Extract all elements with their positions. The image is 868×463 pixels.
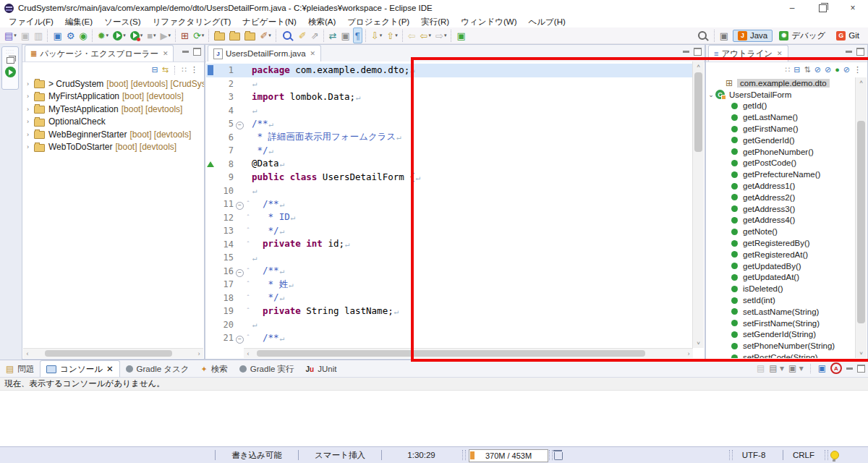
focus-icon[interactable]: ∷	[182, 66, 187, 74]
outline-item-method[interactable]: setGenderId(String)	[707, 329, 856, 341]
outline-item-method[interactable]: getUpdatedBy()	[707, 260, 856, 272]
close-icon[interactable]: ✕	[163, 50, 169, 57]
next-annotation-icon[interactable]: ⇩▾	[370, 28, 383, 43]
outline-vscrollbar[interactable]: ˄ ˅	[855, 77, 867, 358]
code-line[interactable]: 20↵	[206, 318, 693, 332]
code-line[interactable]: 8@Data↵	[206, 158, 693, 171]
tree-item-project[interactable]: ›OptionalCheck	[22, 116, 204, 129]
run-icon[interactable]: ▾	[111, 28, 127, 43]
outline-item-method[interactable]: getRegisteredAt()	[707, 249, 856, 260]
relaunch-icon[interactable]: ▶▾	[159, 28, 173, 43]
code-area[interactable]: 1package com.example.demo.dto;↵2↵3import…	[206, 61, 693, 348]
open-type-icon[interactable]	[213, 28, 226, 43]
tab-package-explorer[interactable]: ≣ パッケージ・エクスプローラー ✕	[25, 45, 174, 61]
scroll-right-icon[interactable]: ›	[195, 350, 203, 357]
collapse-all-icon[interactable]: ⊟	[152, 66, 158, 74]
save-all-icon[interactable]: ▥	[33, 28, 44, 43]
scroll-left-icon[interactable]: ‹	[244, 350, 252, 357]
code-line[interactable]: 1package com.example.demo.dto;↵	[206, 64, 693, 77]
scroll-lock-icon[interactable]: ▣	[818, 364, 826, 373]
back-icon[interactable]: ⇦▾	[419, 28, 433, 43]
code-line[interactable]: 4↵	[206, 104, 693, 118]
stderr-icon[interactable]: A	[830, 362, 842, 374]
outline-item-method[interactable]: setPostCode(String)	[707, 352, 856, 358]
chevron-right-icon[interactable]: ›	[27, 118, 34, 125]
coverage-icon[interactable]: ⊞	[179, 28, 190, 43]
outline-item-method[interactable]: getPostCode()	[707, 158, 856, 169]
outline-item-method[interactable]: getPrefectureName()	[707, 169, 856, 180]
menu-run[interactable]: 実行(R)	[415, 17, 455, 27]
focus-icon[interactable]: ∷	[785, 66, 790, 74]
outline-item-method[interactable]: getAddress4()	[707, 215, 856, 226]
scroll-up-icon[interactable]: ˄	[693, 61, 704, 71]
code-line[interactable]: 14ˆ private int id;↵	[206, 238, 693, 252]
minimize-panel-icon[interactable]	[683, 51, 689, 53]
perspective-java[interactable]: JJava	[733, 30, 773, 42]
minimize-button[interactable]: –	[777, 0, 807, 16]
gradle-build-icon[interactable]: ⟳▾	[192, 28, 205, 43]
menu-project[interactable]: プロジェクト(P)	[341, 17, 415, 27]
tip-lightbulb-icon[interactable]	[830, 451, 839, 459]
code-line[interactable]: 16−ˆ /**↵	[206, 265, 693, 279]
tree-item-project[interactable]: ›WebToDoStarter[boot] [devtools]	[22, 141, 204, 154]
debug-icon[interactable]: ✹▾	[96, 28, 110, 43]
code-line[interactable]: 15↵	[206, 251, 693, 265]
code-line[interactable]: 10↵	[206, 184, 693, 198]
outline-item-method[interactable]: getGenderId()	[707, 135, 856, 146]
outline-item-class[interactable]: ⌄CUsersDetailForm	[707, 89, 856, 101]
vscroll-thumb[interactable]	[694, 72, 702, 152]
outline-item-method[interactable]: setPhoneNumber(String)	[707, 340, 856, 352]
editor-vscrollbar[interactable]: ˄ ˅	[692, 61, 704, 348]
chevron-down-icon[interactable]: ⌄	[707, 91, 715, 98]
display-console-icon[interactable]: ▤ ▾	[769, 364, 784, 373]
scroll-left-icon[interactable]: ‹	[23, 350, 32, 357]
outline-item-method[interactable]: getFirstName()	[707, 123, 856, 135]
console-tab-1[interactable]: ▤問題	[0, 361, 40, 377]
tree-item-project[interactable]: ›MyFirstApplication[boot] [devtools]	[22, 90, 204, 103]
mark-occurrences-icon[interactable]: ▣	[340, 28, 352, 43]
open-perspective-icon[interactable]: ▣	[718, 28, 730, 43]
garbage-collect-icon[interactable]	[554, 452, 563, 460]
terminal-icon[interactable]: ▣	[51, 28, 63, 43]
code-line[interactable]: 7 */↵	[206, 144, 693, 158]
close-icon[interactable]: ✕	[106, 364, 114, 374]
open-resource-icon[interactable]	[228, 28, 242, 43]
scroll-right-icon[interactable]: ›	[684, 350, 693, 357]
console-tab-6[interactable]: JuJUnit	[300, 361, 343, 377]
boot-dashboard-icon[interactable]	[5, 67, 16, 77]
fold-collapse-icon[interactable]: −	[236, 202, 244, 210]
view-menu-icon[interactable]: ⋮	[190, 66, 198, 74]
save-icon[interactable]: ▣	[20, 28, 31, 43]
link-editor-icon[interactable]: ⇄	[328, 28, 339, 43]
view-menu-icon[interactable]: ⋮	[854, 66, 861, 74]
perspective-デバッグ[interactable]: ✹デバッグ	[775, 30, 830, 42]
vscroll-thumb[interactable]	[857, 121, 865, 323]
minimize-panel-icon[interactable]	[846, 51, 852, 53]
new-wizard-icon[interactable]: ▤▾	[3, 28, 18, 43]
fold-collapse-icon[interactable]: −	[236, 336, 244, 344]
plug-search-icon[interactable]	[280, 28, 296, 43]
boot-power-icon[interactable]: ◉	[77, 28, 88, 43]
outline-item-method[interactable]: isDeleted()	[707, 283, 856, 294]
chevron-right-icon[interactable]: ›	[27, 80, 34, 88]
chevron-right-icon[interactable]: ›	[27, 131, 34, 138]
link-with-editor-icon[interactable]: ⇆	[162, 66, 169, 74]
hide-static-icon[interactable]: ⊘	[825, 66, 831, 74]
outline-item-method[interactable]: getRegisteredBy()	[707, 237, 856, 249]
package-explorer-hscrollbar[interactable]: ‹ ›	[23, 348, 203, 358]
code-line[interactable]: 17ˆ * 姓↵	[206, 278, 693, 292]
outline-item-method[interactable]: getLastName()	[707, 111, 856, 123]
hide-fields-icon[interactable]: ⊘	[814, 66, 821, 74]
code-line[interactable]: 21−ˆ /**↵	[206, 331, 693, 345]
restore-button[interactable]	[807, 0, 838, 16]
console-tab-3[interactable]: Gradle タスク	[120, 361, 195, 377]
menu-edit[interactable]: 編集(E)	[59, 17, 98, 27]
open-file-icon[interactable]	[243, 28, 257, 43]
maximize-panel-icon[interactable]	[694, 48, 702, 56]
hscroll-thumb[interactable]	[257, 350, 645, 357]
close-icon[interactable]: ✕	[310, 50, 316, 57]
collapse-all-icon[interactable]: ⊟	[793, 66, 800, 74]
last-edit-location-icon[interactable]: ⇦	[407, 28, 417, 43]
close-icon[interactable]: ✕	[777, 50, 783, 57]
console-tab-2[interactable]: コンソール✕	[40, 360, 119, 377]
